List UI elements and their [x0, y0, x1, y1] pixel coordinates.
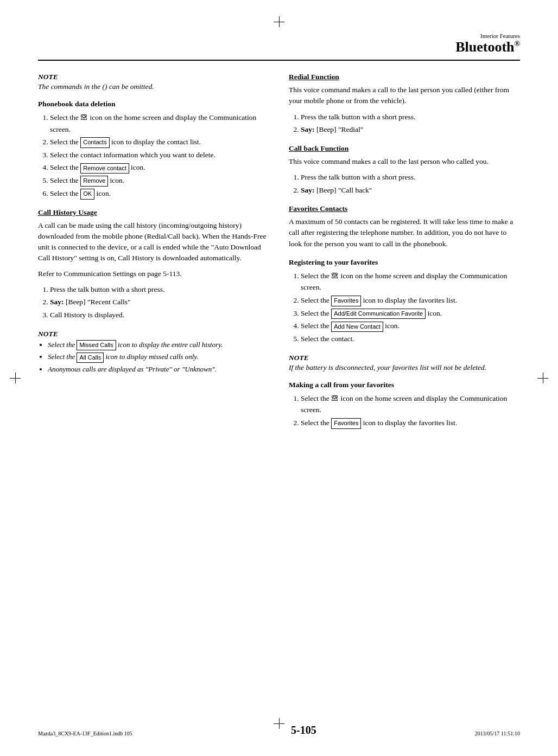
list-item: Select the Contacts icon to display the … [50, 136, 269, 148]
footer-left: Mazda3_8CX9-EA-13F_Edition1.indb 105 [38, 731, 132, 736]
list-item: Select the Remove icon. [50, 175, 269, 187]
list-item: Select the 🕾 icon on the home screen and… [301, 270, 520, 293]
footer: Mazda3_8CX9-EA-13F_Edition1.indb 105 5-1… [0, 724, 558, 736]
note-top-text: The commands in the () can be omitted. [38, 82, 269, 91]
callback-body: This voice command makes a call to the l… [289, 156, 520, 167]
all-calls-btn: All Calls [77, 353, 104, 363]
favorites-contacts-section: Favorites Contacts A maximum of 50 conta… [289, 204, 520, 249]
list-item: Select the Favorites icon to display the… [301, 294, 520, 306]
crosshair-right [537, 373, 548, 383]
say-label: Say: [50, 298, 64, 306]
making-steps: Select the 🕾 icon on the home screen and… [301, 393, 520, 429]
list-item: Select the contact. [301, 333, 520, 345]
two-column-layout: NOTE The commands in the () can be omitt… [38, 73, 520, 438]
add-edit-comm-fav-btn: Add/Edit Communication Favorite [331, 309, 426, 319]
list-item: Select the 🕾 icon on the home screen and… [301, 393, 520, 416]
call-history-heading: Call History Usage [38, 208, 269, 217]
list-item: Select the 🕾 icon on the home screen and… [50, 112, 269, 135]
list-item: Say: [Beep] "Recent Calls" [50, 296, 269, 308]
registering-steps: Select the 🕾 icon on the home screen and… [301, 270, 520, 345]
call-history-steps: Press the talk button with a short press… [50, 284, 269, 321]
header-title: Bluetooth® [38, 39, 520, 55]
contacts-btn: Contacts [80, 137, 109, 148]
favorites-contacts-heading: Favorites Contacts [289, 204, 520, 213]
redial-section: Redial Function This voice command makes… [289, 73, 520, 136]
missed-calls-btn: Missed Calls [77, 340, 116, 351]
call-history-section: Call History Usage A call can be made us… [38, 208, 269, 321]
list-item: Say: [Beep] "Call back" [301, 184, 520, 196]
add-new-contact-btn: Add New Contact [331, 322, 383, 332]
list-item: Select the All Calls icon to display mis… [48, 351, 269, 363]
phonebook-deletion-list: Select the 🕾 icon on the home screen and… [50, 112, 269, 200]
registering-heading: Registering to your favorites [289, 258, 520, 267]
list-item: Select the Remove contact icon. [50, 162, 269, 174]
remove-btn: Remove [80, 176, 108, 187]
making-section: Making a call from your favorites Select… [289, 381, 520, 429]
phone-icon: 🕾 [331, 394, 339, 402]
remove-contact-btn: Remove contact [80, 163, 129, 174]
say-label: Say: [301, 186, 315, 194]
favorites-btn-2: Favorites [331, 418, 361, 429]
list-item: Call History is displayed. [50, 309, 269, 321]
left-column: NOTE The commands in the () can be omitt… [38, 73, 269, 438]
favorites-contacts-body: A maximum of 50 contacts can be register… [289, 216, 520, 249]
note-bottom-section: NOTE Select the Missed Calls icon to dis… [38, 330, 269, 375]
list-item: Select the Favorites icon to display the… [301, 417, 520, 429]
note-right-title: NOTE [289, 354, 520, 362]
call-history-body: A call can be made using the call histor… [38, 220, 269, 264]
redial-body: This voice command makes a call to the l… [289, 85, 520, 107]
callback-heading: Call back Function [289, 144, 520, 153]
right-column: Redial Function This voice command makes… [289, 73, 520, 438]
note-top-title: NOTE [38, 73, 269, 81]
phone-icon: 🕾 [331, 272, 339, 280]
list-item: Press the talk button with a short press… [50, 284, 269, 296]
callback-steps: Press the talk button with a short press… [301, 171, 520, 196]
redial-heading: Redial Function [289, 73, 520, 81]
callback-section: Call back Function This voice command ma… [289, 144, 520, 196]
list-item: Select the Add/Edit Communication Favori… [301, 307, 520, 319]
note-right-text: If the battery is disconnected, your fav… [289, 363, 520, 372]
favorites-btn: Favorites [331, 296, 361, 306]
footer-right: 2013/05/17 11:51:10 [475, 731, 520, 736]
list-item: Select the OK icon. [50, 188, 269, 200]
phone-icon: 🕾 [80, 113, 88, 121]
call-history-body2: Refer to Communication Settings on page … [38, 268, 269, 279]
say-label: Say: [301, 125, 315, 133]
making-heading: Making a call from your favorites [289, 381, 520, 389]
header-sub: Interior Features [38, 33, 520, 39]
list-item: Select the contact information which you… [50, 149, 269, 161]
note-top-section: NOTE The commands in the () can be omitt… [38, 73, 269, 91]
phonebook-deletion-section: Phonebook data deletion Select the 🕾 ico… [38, 100, 269, 200]
redial-steps: Press the talk button with a short press… [301, 111, 520, 136]
note-right-section: NOTE If the battery is disconnected, you… [289, 354, 520, 372]
page-number: 5-105 [291, 724, 316, 736]
list-item: Say: [Beep] "Redial" [301, 124, 520, 136]
note-bottom-title: NOTE [38, 330, 269, 338]
registering-section: Registering to your favorites Select the… [289, 258, 520, 345]
header-rule [38, 60, 520, 61]
phonebook-deletion-heading: Phonebook data deletion [38, 100, 269, 108]
list-item: Select the Missed Calls icon to display … [48, 339, 269, 351]
page: Interior Features Bluetooth® NOTE The co… [0, 0, 558, 756]
list-item: Press the talk button with a short press… [301, 171, 520, 183]
list-item: Anonymous calls are displayed as "Privat… [48, 364, 269, 375]
list-item: Press the talk button with a short press… [301, 111, 520, 123]
list-item: Select the Add New Contact icon. [301, 320, 520, 332]
crosshair-left [10, 373, 21, 383]
header: Interior Features Bluetooth® [38, 33, 520, 55]
ok-btn: OK [80, 189, 94, 200]
crosshair-top [274, 16, 284, 27]
note-bottom-list: Select the Missed Calls icon to display … [48, 339, 269, 375]
